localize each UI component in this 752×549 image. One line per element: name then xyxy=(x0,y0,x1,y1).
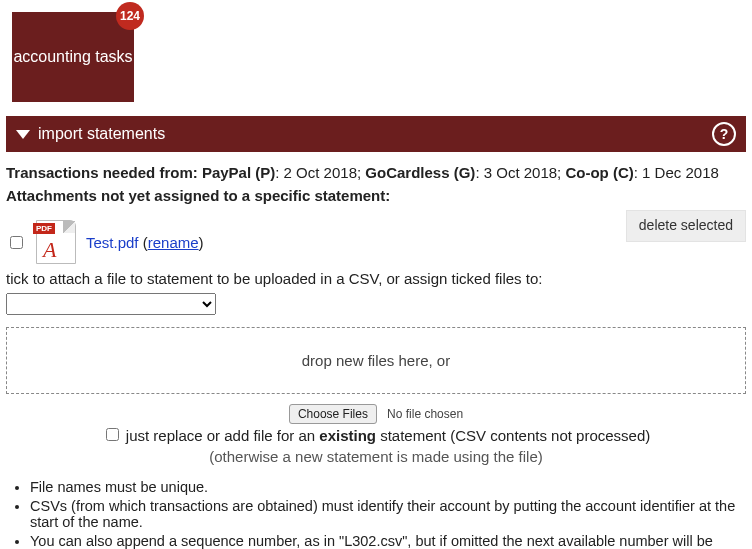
assign-instruction: tick to attach a file to statement to be… xyxy=(6,270,542,287)
needed-prefix: Transactions needed from: xyxy=(6,164,198,181)
delete-selected-button[interactable]: delete selected xyxy=(626,210,746,242)
attachment-checkbox[interactable] xyxy=(10,236,23,249)
needed-coop-date: 1 Dec 2018 xyxy=(642,164,719,181)
accounting-tasks-label: accounting tasks xyxy=(13,47,132,66)
list-item: File names must be unique. xyxy=(30,479,752,495)
list-item: CSVs (from which transactions are obtain… xyxy=(30,498,752,530)
file-dropzone[interactable]: drop new files here, or xyxy=(6,327,746,394)
attachment-rename-link[interactable]: rename xyxy=(148,234,199,251)
needed-gocardless-label: GoCardless (G) xyxy=(365,164,475,181)
collapse-triangle-icon xyxy=(16,130,30,139)
accounting-tasks-tile[interactable]: accounting tasks 124 xyxy=(12,12,134,102)
unassigned-heading: Attachments not yet assigned to a specif… xyxy=(6,187,746,204)
tasks-count-badge: 124 xyxy=(116,2,144,30)
attachment-filename-link[interactable]: Test.pdf xyxy=(86,234,139,251)
replace-existing-checkbox[interactable] xyxy=(106,428,119,441)
pdf-file-icon: PDF A xyxy=(36,220,76,264)
replace-opt-post: statement (CSV contents not processed) xyxy=(376,427,650,444)
pdf-tag: PDF xyxy=(33,223,55,234)
replace-option-row: just replace or add file for an existing… xyxy=(0,425,752,444)
list-item: You can also append a sequence number, a… xyxy=(30,533,752,549)
replace-opt-pre: just replace or add file for an xyxy=(126,427,319,444)
notes-list: File names must be unique. CSVs (from wh… xyxy=(30,479,752,549)
transactions-needed-line: Transactions needed from: PayPal (P): 2 … xyxy=(6,164,746,181)
assign-to-select[interactable] xyxy=(6,293,216,315)
choose-files-button[interactable]: Choose Files xyxy=(289,404,377,424)
attachment-row: PDF A Test.pdf (rename) delete selected xyxy=(6,210,746,264)
panel-title: import statements xyxy=(38,125,165,143)
no-file-chosen-text: No file chosen xyxy=(387,407,463,421)
import-statements-header[interactable]: import statements ? xyxy=(6,116,746,152)
needed-paypal-date: 2 Oct 2018 xyxy=(284,164,357,181)
replace-option-sub: (otherwise a new statement is made using… xyxy=(0,448,752,465)
needed-coop-label: Co-op (C) xyxy=(565,164,633,181)
replace-opt-bold: existing xyxy=(319,427,376,444)
pdf-glyph-icon: A xyxy=(43,241,56,259)
needed-paypal-label: PayPal (P) xyxy=(202,164,275,181)
panel-body: Transactions needed from: PayPal (P): 2 … xyxy=(0,152,752,315)
needed-gocardless-date: 3 Oct 2018 xyxy=(484,164,557,181)
help-icon[interactable]: ? xyxy=(712,122,736,146)
